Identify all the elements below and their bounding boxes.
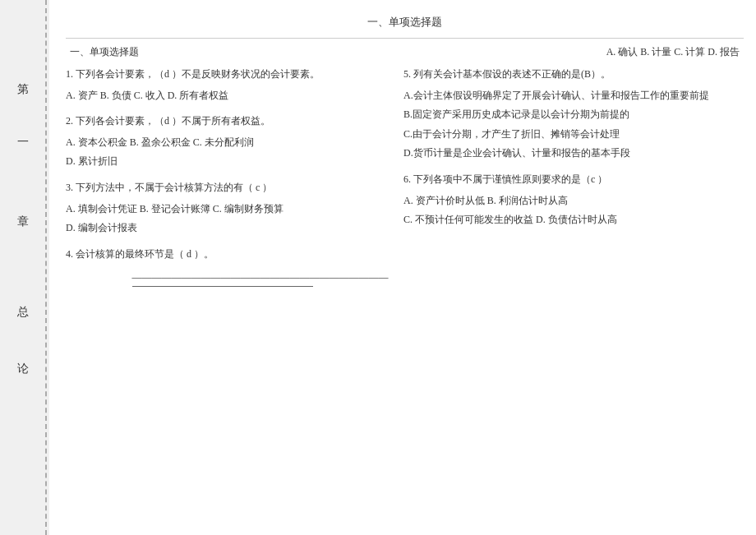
sidebar: 第 一 章 总 论 bbox=[0, 0, 49, 535]
q1-text: 1. 下列各会计要素，（d ）不是反映财务状况的会计要素。 bbox=[66, 66, 379, 84]
q2-options-b: D. 累计折旧 bbox=[66, 153, 379, 171]
q2-text: 2. 下列各会计要素，（d ）不属于所有者权益。 bbox=[66, 113, 379, 131]
page-title: 一、单项选择题 bbox=[66, 8, 744, 39]
right-column: 5. 列有关会计基本假设的表述不正确的是(B）。 A.会计主体假设明确界定了开展… bbox=[391, 66, 744, 535]
footer-divider-line: —————————————————————————— bbox=[132, 271, 313, 287]
sidebar-di: 第 bbox=[15, 74, 30, 77]
question-1: 1. 下列各会计要素，（d ）不是反映财务状况的会计要素。 A. 资产 B. 负… bbox=[66, 66, 379, 104]
q3-options-b: D. 编制会计报表 bbox=[66, 219, 379, 238]
page-container: 第 一 章 总 论 一、单项选择题 一、单项选择题 A. 确认 B. 计量 C.… bbox=[0, 0, 756, 535]
question-4: 4. 会计核算的最终环节是（ d ）。 bbox=[66, 246, 379, 264]
dashed-vertical-line bbox=[45, 0, 47, 535]
answer-options-q4: A. 确认 B. 计量 C. 计算 D. 报告 bbox=[606, 45, 740, 59]
q5-option-d: D.货币计量是企业会计确认、计量和报告的基本手段 bbox=[403, 145, 744, 163]
q6-text: 6. 下列各项中不属于谨慎性原则要求的是（c ） bbox=[403, 171, 744, 189]
question-5: 5. 列有关会计基本假设的表述不正确的是(B）。 A.会计主体假设明确界定了开展… bbox=[403, 66, 744, 163]
left-column: 1. 下列各会计要素，（d ）不是反映财务状况的会计要素。 A. 资产 B. 负… bbox=[66, 66, 391, 535]
section-label-row: 一、单项选择题 A. 确认 B. 计量 C. 计算 D. 报告 bbox=[66, 45, 744, 59]
question-3: 3. 下列方法中，不属于会计核算方法的有（ c ） A. 填制会计凭证 B. 登… bbox=[66, 179, 379, 238]
q1-options: A. 资产 B. 负债 C. 收入 D. 所有者权益 bbox=[66, 87, 379, 105]
q5-option-c: C.由于会计分期，才产生了折旧、摊销等会计处理 bbox=[403, 126, 744, 144]
main-content: 一、单项选择题 一、单项选择题 A. 确认 B. 计量 C. 计算 D. 报告 … bbox=[49, 0, 756, 535]
q5-option-a: A.会计主体假设明确界定了开展会计确认、计量和报告工作的重要前提 bbox=[403, 87, 744, 105]
sidebar-yi: 一 bbox=[15, 136, 30, 139]
q2-options-a: A. 资本公积金 B. 盈余公积金 C. 未分配利润 bbox=[66, 134, 379, 152]
q6-options-a: A. 资产计价时从低 B. 利润估计时从高 bbox=[403, 192, 744, 210]
q6-options-b: C. 不预计任何可能发生的收益 D. 负债估计时从高 bbox=[403, 211, 744, 229]
sidebar-zong: 总 bbox=[15, 296, 30, 299]
q4-text: 4. 会计核算的最终环节是（ d ）。 bbox=[66, 246, 379, 264]
sidebar-zhang: 章 bbox=[15, 205, 30, 209]
question-2: 2. 下列各会计要素，（d ）不属于所有者权益。 A. 资本公积金 B. 盈余公… bbox=[66, 113, 379, 171]
q3-text: 3. 下列方法中，不属于会计核算方法的有（ c ） bbox=[66, 179, 379, 197]
sidebar-lun: 论 bbox=[15, 353, 30, 357]
questions-area: 1. 下列各会计要素，（d ）不是反映财务状况的会计要素。 A. 资产 B. 负… bbox=[66, 66, 744, 535]
question-6: 6. 下列各项中不属于谨慎性原则要求的是（c ） A. 资产计价时从低 B. 利… bbox=[403, 171, 744, 229]
q5-text: 5. 列有关会计基本假设的表述不正确的是(B）。 bbox=[403, 66, 744, 84]
q5-option-b: B.固定资产采用历史成本记录是以会计分期为前提的 bbox=[403, 106, 744, 124]
section-label: 一、单项选择题 bbox=[70, 45, 139, 59]
q3-options-a: A. 填制会计凭证 B. 登记会计账簿 C. 编制财务预算 bbox=[66, 201, 379, 219]
